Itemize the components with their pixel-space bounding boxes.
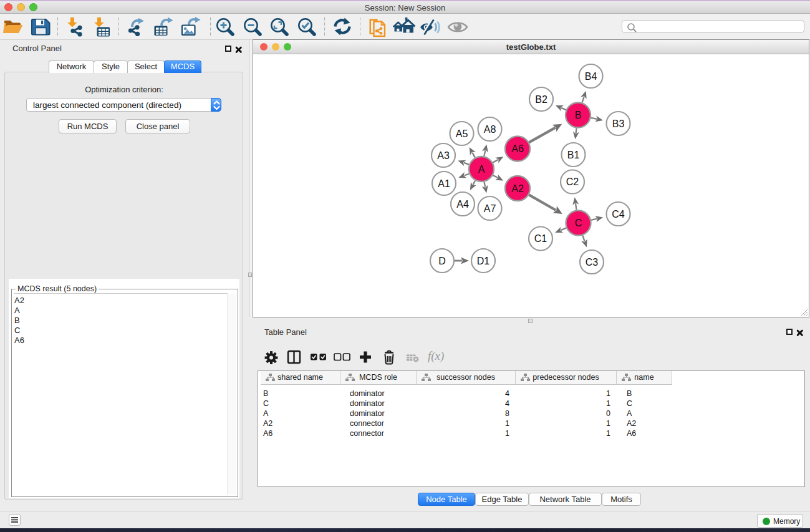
- svg-text:C4: C4: [612, 209, 625, 220]
- svg-text:A4: A4: [456, 199, 469, 210]
- svg-text:C3: C3: [586, 257, 599, 268]
- svg-text:B4: B4: [585, 71, 597, 82]
- svg-text:D: D: [438, 256, 446, 266]
- svg-text:B1: B1: [567, 150, 580, 160]
- svg-text:A3: A3: [437, 150, 450, 161]
- svg-text:B: B: [575, 110, 582, 120]
- svg-text:C2: C2: [566, 177, 579, 187]
- svg-text:D1: D1: [477, 256, 490, 266]
- svg-text:A8: A8: [484, 124, 496, 135]
- svg-text:A5: A5: [456, 128, 468, 139]
- svg-text:B3: B3: [612, 118, 625, 129]
- svg-text:A: A: [478, 164, 485, 175]
- svg-text:A7: A7: [484, 203, 496, 214]
- svg-text:C: C: [575, 218, 582, 228]
- svg-text:C1: C1: [534, 233, 547, 244]
- svg-text:B2: B2: [535, 94, 547, 105]
- svg-text:A2: A2: [511, 183, 524, 194]
- svg-text:A1: A1: [438, 178, 450, 189]
- svg-text:A6: A6: [511, 143, 524, 154]
